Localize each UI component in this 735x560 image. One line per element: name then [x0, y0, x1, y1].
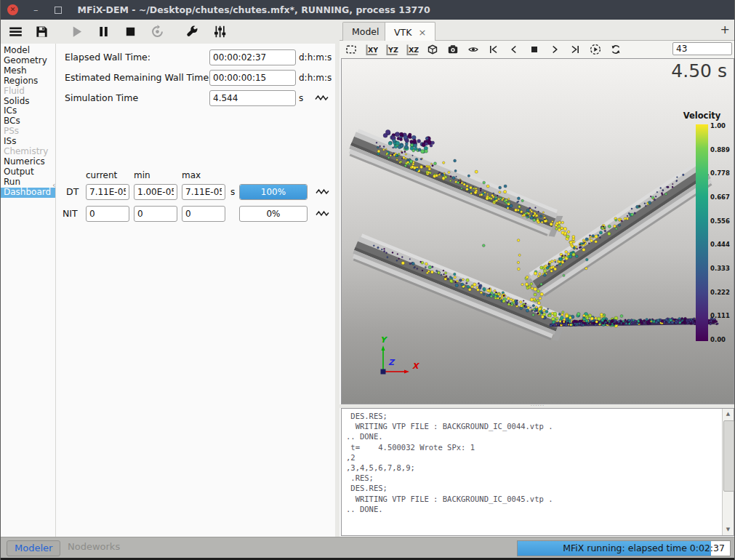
- settings-button[interactable]: [209, 21, 230, 42]
- frame-number-input[interactable]: [672, 42, 732, 55]
- svg-text:0.889: 0.889: [710, 146, 730, 153]
- dashboard-panel: Elapsed Wall Time:d:h:m:sEstimated Remai…: [56, 44, 335, 537]
- dt-plot-button[interactable]: [316, 187, 330, 197]
- sidebar-item-output[interactable]: Output: [1, 167, 55, 177]
- nit-progress: 0%: [239, 206, 308, 222]
- run-status-text: MFiX running: elapsed time 0:02:37: [518, 541, 730, 556]
- repeat-button[interactable]: [607, 41, 624, 57]
- sidebar-item-bcs[interactable]: BCs: [1, 116, 55, 127]
- simulation-time-overlay: 4.50 s: [671, 60, 727, 81]
- table-header-min: min: [134, 170, 150, 180]
- restore-window-button[interactable]: [55, 7, 62, 14]
- elapsed-wall-time-input[interactable]: [209, 49, 296, 65]
- stop-icon: [124, 25, 137, 39]
- panel-vertical-splitter[interactable]: [335, 44, 340, 537]
- sidebar-item-geometry[interactable]: Geometry: [1, 56, 55, 66]
- svg-text:0.111: 0.111: [710, 312, 730, 319]
- sidebar-item-solids[interactable]: Solids: [1, 97, 55, 107]
- status-bar: Modeler Nodeworks MFiX running: elapsed …: [1, 537, 734, 558]
- pause-button[interactable]: [92, 21, 114, 42]
- dt-min-input[interactable]: [134, 184, 177, 200]
- dt-current-input[interactable]: [86, 184, 129, 200]
- menu-button[interactable]: [4, 21, 26, 42]
- svg-text:0.556: 0.556: [710, 217, 730, 225]
- tab-vtk[interactable]: VTK×: [385, 22, 435, 41]
- vtk-toolbar: XYYZXZ: [340, 41, 735, 58]
- yz-view-button[interactable]: YZ: [383, 41, 401, 57]
- nit-min-input[interactable]: [134, 206, 177, 222]
- mode-button-modeler[interactable]: Modeler: [7, 540, 60, 556]
- scroll-up-button[interactable]: ▲: [723, 409, 734, 420]
- sidebar-item-model[interactable]: Model: [1, 46, 55, 56]
- close-window-button[interactable]: ✕: [7, 4, 18, 15]
- scrollbar-thumb[interactable]: [723, 420, 734, 492]
- console-scrollbar[interactable]: ▲ ▼: [722, 409, 734, 535]
- vtk-render-view[interactable]: YXZVelocity1.000.8890.7780.6670.5560.444…: [341, 58, 734, 404]
- sidebar-item-pss[interactable]: PSs: [1, 127, 55, 137]
- mfix-window: ✕ – MFiX-DEM - ~/Desktop/chutes/chutes.m…: [0, 0, 735, 560]
- svg-text:0.667: 0.667: [710, 193, 730, 201]
- estimated-remaining-wall-time-input[interactable]: [209, 70, 296, 86]
- back-frame-icon: [508, 44, 520, 55]
- save-icon: [35, 25, 49, 39]
- back-frame-button[interactable]: [505, 41, 523, 57]
- svg-text:0.333: 0.333: [710, 265, 730, 272]
- sidebar-item-dashboard[interactable]: Dashboard: [1, 188, 55, 198]
- sidebar-item-ics[interactable]: ICs: [1, 106, 55, 116]
- reset-button[interactable]: [146, 21, 168, 42]
- row-label-dt: DT: [66, 186, 79, 197]
- visibility-button[interactable]: [465, 41, 482, 57]
- add-tab-button[interactable]: +: [720, 23, 730, 36]
- dt-max-input[interactable]: [182, 184, 225, 200]
- sidebar-item-chemistry[interactable]: Chemistry: [1, 147, 55, 157]
- xz-view-button[interactable]: XZ: [403, 41, 421, 57]
- table-header-max: max: [182, 170, 201, 180]
- sidebar-item-iss[interactable]: ISs: [1, 137, 55, 147]
- simulation-time-unit: s: [299, 93, 303, 103]
- xy-view-button[interactable]: XY: [363, 41, 380, 57]
- first-frame-button[interactable]: [485, 41, 502, 57]
- last-frame-button[interactable]: [566, 41, 584, 57]
- tab-label: VTK: [394, 27, 411, 38]
- nit-plot-button[interactable]: [316, 209, 330, 219]
- simulation-time-plot-button[interactable]: [315, 93, 329, 103]
- stop-button[interactable]: [119, 21, 141, 42]
- svg-text:X: X: [412, 361, 420, 371]
- svg-text:Y: Y: [380, 335, 388, 345]
- svg-text:1.00: 1.00: [710, 122, 726, 129]
- camera-button[interactable]: [444, 41, 462, 57]
- right-tab-bar: + ModelVTK×: [340, 20, 735, 41]
- sidebar-item-mesh[interactable]: Mesh: [1, 66, 55, 76]
- first-frame-icon: [488, 44, 499, 55]
- xz-view-icon: XZ: [406, 44, 419, 56]
- play-playback-button[interactable]: [587, 41, 604, 57]
- row-label-nit: NIT: [63, 208, 78, 219]
- mode-button-nodeworks[interactable]: Nodeworks: [68, 541, 120, 552]
- dt-unit: s: [230, 187, 235, 197]
- forward-frame-button[interactable]: [546, 41, 563, 57]
- sidebar-item-run[interactable]: Run: [1, 177, 55, 188]
- simulation-time-input[interactable]: [209, 90, 296, 106]
- console-output: DES.RES; WRITING VTP FILE : BACKGROUND_I…: [342, 409, 734, 516]
- minimize-window-button[interactable]: –: [33, 0, 39, 20]
- sparkline-icon: [316, 187, 329, 196]
- dt-progress-text: 100%: [240, 185, 307, 199]
- svg-text:0.222: 0.222: [710, 289, 730, 296]
- stop-playback-button[interactable]: [526, 41, 543, 57]
- forward-frame-icon: [549, 44, 561, 55]
- tab-close-icon[interactable]: ×: [418, 28, 426, 37]
- run-console[interactable]: DES.RES; WRITING VTP FILE : BACKGROUND_I…: [341, 408, 734, 536]
- play-button[interactable]: [65, 21, 87, 42]
- fit-view-button[interactable]: [342, 41, 360, 57]
- save-button[interactable]: [31, 21, 52, 42]
- nit-max-input[interactable]: [182, 206, 225, 222]
- sidebar-item-numerics[interactable]: Numerics: [1, 157, 55, 167]
- nit-current-input[interactable]: [86, 206, 129, 222]
- scroll-down-button[interactable]: ▼: [723, 524, 734, 535]
- sidebar-item-fluid[interactable]: Fluid: [1, 87, 55, 97]
- sidebar-collapse-handle[interactable]: ‹: [52, 180, 55, 190]
- build-button[interactable]: [181, 21, 203, 42]
- tab-model[interactable]: Model: [342, 22, 389, 41]
- perspective-button[interactable]: [424, 41, 441, 57]
- sidebar-item-regions[interactable]: Regions: [1, 76, 55, 87]
